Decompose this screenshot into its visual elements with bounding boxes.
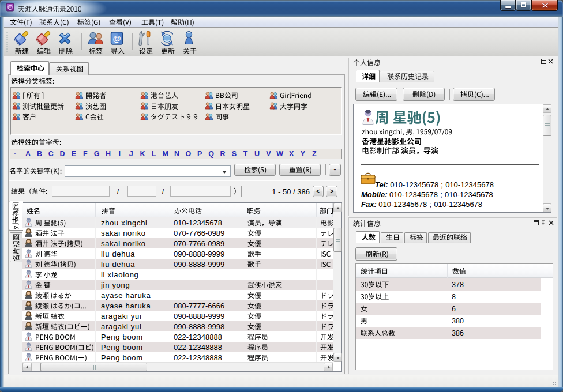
svg-text:@: @ [112,34,121,43]
